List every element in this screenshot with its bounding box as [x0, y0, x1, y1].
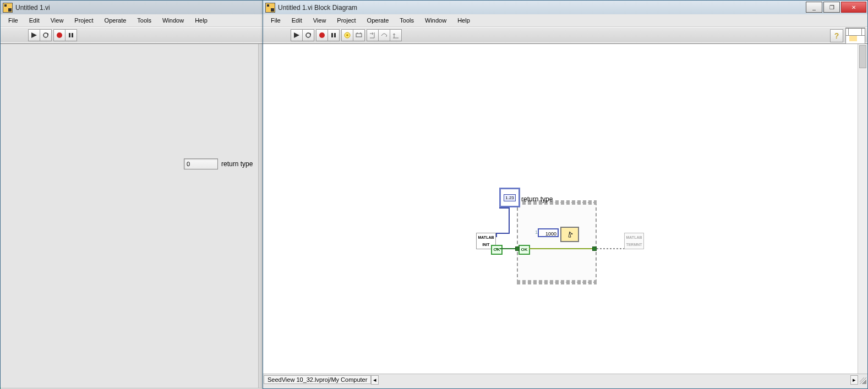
svg-rect-2: [72, 33, 73, 37]
return-type-indicator: 0 return type: [184, 158, 253, 169]
block-diagram-statusbar: SeedView 10_32.lvproj/My Computer ◂ ▸: [263, 374, 867, 385]
run-button[interactable]: [28, 29, 40, 41]
maximize-button[interactable]: ❐: [823, 2, 840, 13]
bd-menu-project[interactable]: Project: [331, 15, 361, 25]
retain-wire-values-button[interactable]: [353, 29, 365, 41]
return-type-label: return type: [221, 160, 253, 168]
svg-rect-4: [331, 33, 333, 37]
svg-point-0: [57, 32, 62, 38]
block-diagram-title: Untitled 1.vi Block Diagram: [278, 4, 357, 12]
return-type-terminal-label: return type: [521, 195, 553, 203]
front-panel-toolbar: [1, 27, 263, 43]
bd-menu-view[interactable]: View: [308, 15, 332, 25]
svg-rect-8: [356, 34, 362, 37]
block-diagram-canvas[interactable]: 1.23 return type MATLAB INIT MATLAB TERM…: [263, 43, 867, 374]
bd-scrollbar-vertical[interactable]: [858, 44, 867, 374]
wire-blue-h1[interactable]: [496, 233, 510, 234]
bd-status-right-arrow[interactable]: ▸: [850, 375, 858, 385]
bd-status-left-arrow[interactable]: ◂: [371, 375, 379, 385]
bd-menu-edit[interactable]: Edit: [286, 15, 308, 25]
step-over-button[interactable]: [378, 29, 390, 41]
bd-menu-tools[interactable]: Tools: [394, 15, 419, 25]
matlab-term-line1: MATLAB: [625, 233, 643, 240]
ok-indicator-2[interactable]: OK: [518, 245, 530, 255]
abort-button[interactable]: [53, 29, 65, 41]
loop-tunnel-right[interactable]: [592, 246, 597, 251]
svg-rect-1: [69, 33, 70, 37]
labview-vi-icon: [3, 3, 13, 13]
menu-window[interactable]: Window: [157, 15, 189, 25]
bd-menu-help[interactable]: Help: [452, 15, 476, 25]
bd-run-button[interactable]: [291, 29, 303, 41]
svg-point-7: [346, 34, 348, 36]
front-panel-title: Untitled 1.vi: [15, 4, 50, 12]
block-diagram-toolbar: ?: [263, 27, 867, 43]
labview-vi-icon: [265, 3, 275, 13]
pause-button[interactable]: [65, 29, 77, 41]
block-diagram-window: Untitled 1.vi Block Diagram _ ❐ ✕ File E…: [263, 0, 868, 389]
svg-point-3: [319, 32, 325, 38]
vi-icon-connector-pane[interactable]: [845, 28, 865, 44]
menu-tools[interactable]: Tools: [132, 15, 157, 25]
block-diagram-menubar: File Edit View Project Operate Tools Win…: [263, 14, 867, 27]
step-into-button[interactable]: [367, 29, 379, 41]
window-controls: _ ❐ ✕: [805, 2, 866, 13]
loop-tunnel-left[interactable]: [515, 246, 520, 251]
minimize-button[interactable]: _: [806, 2, 822, 13]
front-panel-scrollbar-vertical-stub[interactable]: [258, 44, 263, 388]
block-diagram-titlebar[interactable]: Untitled 1.vi Block Diagram _ ❐ ✕: [263, 1, 867, 14]
step-out-button[interactable]: [390, 29, 402, 41]
bd-abort-button[interactable]: [316, 29, 328, 41]
bd-run-continuously-button[interactable]: [302, 29, 314, 41]
metronome-icon: [566, 231, 574, 238]
front-panel-canvas[interactable]: 0 return type: [1, 43, 263, 388]
menu-operate[interactable]: Operate: [99, 15, 132, 25]
while-loop[interactable]: [517, 202, 597, 283]
front-panel-titlebar[interactable]: Untitled 1.vi: [1, 1, 263, 14]
menu-file[interactable]: File: [3, 15, 24, 25]
wire-blue-vert2[interactable]: [509, 207, 510, 234]
numeric-constant-1000[interactable]: 1000: [538, 228, 559, 237]
highlight-execution-button[interactable]: [341, 29, 353, 41]
resize-grip[interactable]: [860, 377, 866, 384]
front-panel-menubar: File Edit View Project Operate Tools Win…: [1, 14, 263, 27]
bd-status-project-path: SeedView 10_32.lvproj/My Computer: [264, 375, 371, 384]
matlab-term-line2: TERMNT: [625, 240, 643, 248]
run-continuously-button[interactable]: [40, 29, 52, 41]
return-type-terminal[interactable]: 1.23: [499, 188, 520, 207]
svg-point-12: [571, 233, 573, 235]
menu-help[interactable]: Help: [189, 15, 213, 25]
bd-pause-button[interactable]: [327, 29, 340, 41]
context-help-button[interactable]: ?: [830, 29, 843, 42]
bd-menu-operate[interactable]: Operate: [362, 15, 395, 25]
wire-blue-h2[interactable]: [499, 207, 509, 209]
menu-edit[interactable]: Edit: [24, 15, 45, 25]
terminal-datatype-label: 1.23: [504, 194, 516, 201]
bd-menu-window[interactable]: Window: [419, 15, 452, 25]
wire-error-3[interactable]: [529, 248, 592, 249]
bd-menu-file[interactable]: File: [265, 15, 286, 25]
wait-ms-node[interactable]: [560, 227, 579, 242]
svg-rect-5: [334, 33, 336, 37]
matlab-terminate-node[interactable]: MATLAB TERMNT: [624, 233, 644, 249]
front-panel-window: Untitled 1.vi File Edit View Project Ope…: [0, 0, 263, 387]
menu-project[interactable]: Project: [69, 15, 99, 25]
matlab-init-line1: MATLAB: [477, 233, 495, 240]
wire-error-4[interactable]: [593, 248, 624, 249]
close-button[interactable]: ✕: [841, 2, 866, 13]
return-type-value[interactable]: 0: [184, 158, 218, 169]
menu-view[interactable]: View: [45, 15, 69, 25]
ok-indicator-1[interactable]: OK: [491, 245, 503, 255]
